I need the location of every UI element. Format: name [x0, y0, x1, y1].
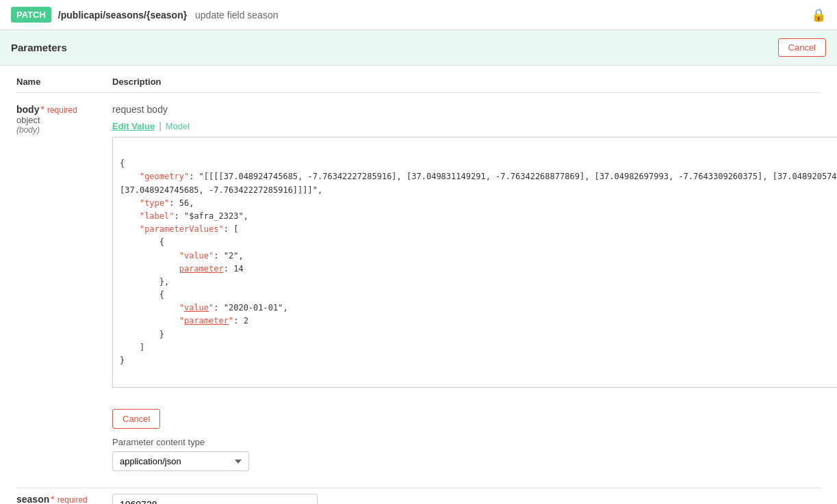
- season-input[interactable]: [112, 494, 318, 504]
- season-param-description: [112, 494, 821, 504]
- content-type-select[interactable]: application/json text/plain application/…: [112, 451, 249, 471]
- body-param-row: body*required object (body) request body…: [16, 104, 821, 471]
- edit-value-tab[interactable]: Edit Value: [112, 120, 155, 131]
- season-param-meta: season*required string (path): [16, 494, 112, 504]
- edit-tabs: Edit Value | Model: [112, 120, 837, 131]
- path-main: /publicapi/seasons/{season}: [58, 10, 187, 21]
- path-description: update field season: [195, 10, 278, 21]
- body-required-label: required: [47, 105, 77, 115]
- body-required-star: *: [40, 104, 44, 115]
- season-param-name-row: season*required: [16, 494, 112, 504]
- model-tab[interactable]: Model: [166, 120, 190, 131]
- col-description-header: Description: [112, 77, 821, 87]
- endpoint-path: /publicapi/seasons/{season} update field…: [58, 10, 811, 21]
- main-content: Name Description body*required object (b…: [0, 66, 837, 504]
- season-required-label: required: [57, 495, 88, 504]
- parameters-title: Parameters: [11, 42, 67, 53]
- tab-separator: |: [159, 120, 162, 131]
- column-headers: Name Description: [16, 77, 821, 93]
- top-bar: PATCH /publicapi/seasons/{season} update…: [0, 0, 837, 30]
- body-param-name: body: [16, 104, 39, 115]
- col-name-header: Name: [16, 77, 112, 87]
- method-badge: PATCH: [11, 7, 51, 23]
- json-editor[interactable]: { "geometry": "[[[[37.048924745685, -7.7…: [112, 137, 837, 388]
- cancel-button-top[interactable]: Cancel: [778, 38, 826, 57]
- season-required-star: *: [51, 494, 54, 504]
- body-cancel-row: Cancel: [112, 401, 837, 429]
- body-param-description: request body Edit Value | Model { "geome…: [112, 104, 837, 471]
- season-param-name: season: [16, 494, 49, 504]
- season-param-row: season*required string (path): [16, 494, 821, 504]
- resize-indicator: ⇲: [112, 388, 837, 401]
- body-param-type: object: [16, 115, 112, 125]
- body-param-location: (body): [16, 125, 112, 135]
- parameters-header: Parameters Cancel: [0, 30, 837, 66]
- divider: [16, 488, 821, 488]
- lock-icon: 🔒: [811, 8, 826, 23]
- request-body-label: request body: [112, 104, 837, 115]
- content-type-label: Parameter content type: [112, 437, 837, 447]
- body-param-name-row: body*required: [16, 104, 112, 115]
- body-param-meta: body*required object (body): [16, 104, 112, 471]
- cancel-button-body[interactable]: Cancel: [112, 409, 160, 429]
- json-text: { "geometry": "[[[[37.048924745685, -7.7…: [120, 159, 837, 365]
